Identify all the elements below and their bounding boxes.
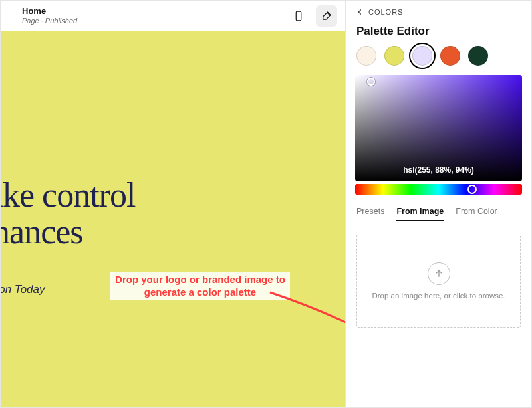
swatch-4[interactable] xyxy=(440,46,460,66)
swatch-2[interactable] xyxy=(384,46,404,66)
picker-handle[interactable] xyxy=(367,78,375,86)
editor-left: Home Page · Published y to take control … xyxy=(1,1,345,407)
tab-from-color[interactable]: From Color xyxy=(456,207,497,221)
upload-arrow-icon xyxy=(434,268,444,279)
tab-presets[interactable]: Presets xyxy=(356,207,384,221)
dropzone-label: Drop an image here, or click to browse. xyxy=(372,292,505,300)
upload-icon-circle xyxy=(428,262,450,285)
chevron-left-icon xyxy=(355,7,364,17)
swatch-5[interactable] xyxy=(468,46,488,66)
page-title-block[interactable]: Home Page · Published xyxy=(9,7,77,24)
swatch-3[interactable] xyxy=(412,46,432,66)
panel-back-button[interactable]: COLORS xyxy=(346,1,531,21)
hero-heading-line2: our finances xyxy=(1,213,83,251)
tab-from-image[interactable]: From Image xyxy=(396,207,444,221)
saturation-picker[interactable]: hsl(255, 88%, 94%) xyxy=(355,75,522,181)
hero-heading-line1: y to take control xyxy=(1,176,135,214)
annotation-callout: Drop your logo or branded image to gener… xyxy=(110,272,290,300)
hero-section: y to take control our finances ule a Con… xyxy=(1,177,135,345)
hue-handle[interactable] xyxy=(467,185,477,194)
color-picker: hsl(255, 88%, 94%) xyxy=(346,75,531,195)
topbar-icons xyxy=(288,5,337,27)
palette-panel: COLORS Palette Editor hsl(255, 88%, 94%)… xyxy=(345,1,531,407)
swatch-1[interactable] xyxy=(356,46,376,66)
image-dropzone[interactable]: Drop an image here, or click to browse. xyxy=(356,235,521,328)
panel-back-label: COLORS xyxy=(368,8,403,16)
smartphone-icon xyxy=(293,10,305,22)
device-preview-button[interactable] xyxy=(288,5,309,27)
topbar: Home Page · Published xyxy=(1,1,345,31)
page-title: Home xyxy=(22,7,77,16)
hero-heading: y to take control our finances xyxy=(1,177,135,250)
palette-source-tabs: Presets From Image From Color xyxy=(346,195,531,225)
app-root: Home Page · Published y to take control … xyxy=(0,0,532,408)
paintbrush-icon xyxy=(321,10,332,22)
hue-slider[interactable] xyxy=(355,184,522,195)
palette-swatches xyxy=(346,46,531,75)
styles-button[interactable] xyxy=(316,5,337,27)
page-status: Page · Published xyxy=(22,17,77,25)
color-value-label: hsl(255, 88%, 94%) xyxy=(355,165,522,175)
page-canvas[interactable]: y to take control our finances ule a Con… xyxy=(1,31,345,407)
panel-title: Palette Editor xyxy=(346,21,531,46)
